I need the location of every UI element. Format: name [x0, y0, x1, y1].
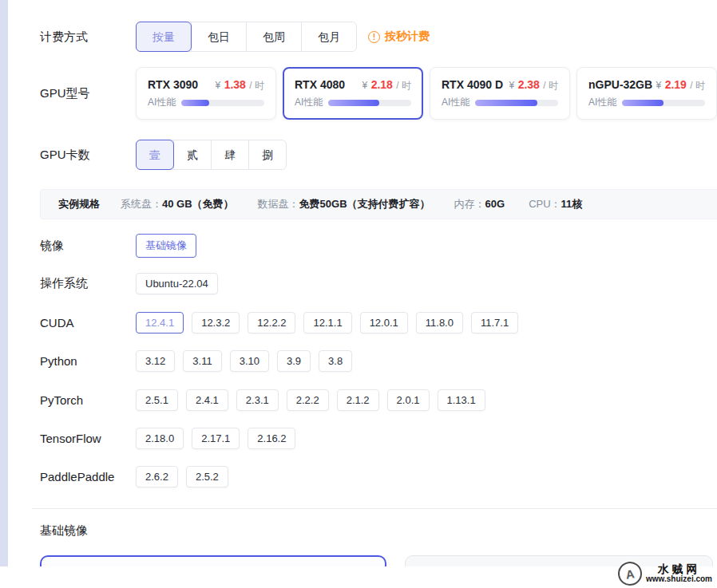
billing-row: 计费方式 按量 包日 包周 包月 ! 按秒计费: [40, 22, 430, 52]
paddle-version-chip[interactable]: 2.5.2: [186, 466, 228, 487]
gpu-card[interactable]: RTX 3090 ¥ 1.38 / 时 AI性能: [136, 67, 276, 120]
price-value: 2.19: [665, 78, 687, 91]
watermark-title: 水贼网: [658, 563, 701, 575]
price-value: 2.18: [371, 78, 393, 91]
gpu-price: ¥ 2.19 / 时: [656, 77, 705, 93]
pytorch-version-chip[interactable]: 1.13.1: [438, 389, 485, 411]
cuda-version-chip[interactable]: 12.3.2: [192, 312, 240, 333]
python-version-chip[interactable]: 3.9: [277, 350, 311, 372]
gpu-name: RTX 4090 D: [442, 78, 503, 91]
section-divider: [32, 508, 717, 509]
spec-key: 系统盘：: [121, 198, 162, 210]
tensorflow-version-chip[interactable]: 2.16.2: [248, 428, 295, 449]
spec-value: 60G: [485, 198, 505, 210]
pytorch-version-chip[interactable]: 2.1.2: [337, 389, 379, 411]
ai-performance-bar: [328, 100, 411, 106]
pytorch-version-chip[interactable]: 2.4.1: [186, 389, 228, 411]
price-unit: / 时: [396, 80, 411, 91]
cuda-version-chip[interactable]: 12.1.1: [303, 312, 351, 333]
pytorch-version-chip[interactable]: 2.0.1: [387, 389, 430, 411]
gpu-count-row: GPU卡数 壹 贰 肆 捌: [40, 140, 287, 170]
pytorch-version-chip[interactable]: 2.2.2: [287, 389, 329, 411]
gpu-count-option[interactable]: 肆: [211, 140, 248, 169]
gpu-count-option[interactable]: 捌: [248, 140, 286, 169]
spec-value: 11核: [561, 198, 583, 210]
cuda-version-chip[interactable]: 11.7.1: [471, 312, 518, 333]
gpu-name: nGPU-32GB: [588, 78, 652, 91]
currency-symbol: ¥: [362, 80, 367, 91]
exclamation-circle-icon: !: [368, 31, 380, 43]
ai-performance-fill: [328, 100, 378, 106]
os-chip[interactable]: Ubuntu-22.04: [136, 273, 218, 294]
spec-key: CPU：: [529, 198, 561, 210]
cuda-version-chip[interactable]: 12.0.1: [360, 312, 408, 333]
python-version-chip[interactable]: 3.10: [230, 350, 269, 372]
instance-spec-bar: 实例规格 系统盘：40 GB（免费） 数据盘：免费50GB（支持付费扩容） 内存…: [40, 189, 717, 219]
tensorflow-version-chip[interactable]: 2.17.1: [192, 428, 240, 449]
spec-key: 内存：: [454, 198, 485, 210]
gpu-name: RTX 3090: [148, 78, 198, 91]
gpu-card[interactable]: nGPU-32GB ¥ 2.19 / 时 AI性能: [576, 67, 717, 120]
billing-option[interactable]: 包周: [246, 22, 301, 51]
os-label: 操作系统: [40, 276, 136, 291]
pytorch-version-list: 2.5.1 2.4.1 2.3.1 2.2.2 2.1.2 2.0.1 1.13…: [136, 389, 485, 411]
spec-value: 免费50GB（支持付费扩容）: [299, 198, 430, 210]
spec-item: 系统盘：40 GB（免费）: [121, 197, 234, 211]
spec-item: CPU：11核: [529, 197, 582, 211]
pytorch-version-chip[interactable]: 2.3.1: [236, 389, 279, 411]
paddle-label: PaddlePaddle: [40, 470, 136, 483]
cuda-version-chip[interactable]: 12.2.2: [248, 312, 295, 333]
python-version-chip[interactable]: 3.12: [136, 350, 175, 372]
billing-options-group: 按量 包日 包周 包月: [136, 22, 357, 52]
paddle-row: PaddlePaddle 2.6.2 2.5.2: [40, 466, 228, 487]
spec-key: 数据盘：: [258, 198, 299, 210]
billing-option[interactable]: 包月: [301, 22, 356, 51]
cuda-row: CUDA 12.4.1 12.3.2 12.2.2 12.1.1 12.0.1 …: [40, 312, 518, 333]
spec-item: 内存：60G: [454, 197, 505, 211]
ai-performance-bar: [475, 100, 558, 106]
gpu-count-label: GPU卡数: [40, 148, 136, 163]
base-image-heading: 基础镜像: [40, 523, 88, 539]
watermark-text: 水贼网 www.shuizei.com: [646, 563, 712, 583]
spec-title: 实例规格: [58, 197, 100, 211]
tensorflow-version-chip[interactable]: 2.18.0: [136, 428, 184, 449]
python-version-chip[interactable]: 3.11: [183, 350, 221, 372]
image-type-row: 镜像 基础镜像: [40, 234, 196, 258]
gpu-performance-row: AI性能: [442, 96, 558, 109]
gpu-card-header: RTX 4090 D ¥ 2.38 / 时: [442, 77, 558, 93]
price-value: 2.38: [518, 78, 540, 91]
price-unit: / 时: [543, 80, 558, 91]
os-row: 操作系统 Ubuntu-22.04: [40, 273, 218, 294]
gpu-card[interactable]: RTX 4080 ¥ 2.18 / 时 AI性能: [283, 67, 423, 120]
cuda-version-chip[interactable]: 12.4.1: [136, 312, 184, 333]
currency-symbol: ¥: [656, 80, 661, 91]
price-value: 1.38: [224, 78, 246, 91]
python-version-chip[interactable]: 3.8: [319, 350, 352, 372]
paddle-version-chip[interactable]: 2.6.2: [136, 466, 178, 487]
ai-performance-bar: [181, 100, 264, 106]
page-left-margin: [0, 0, 8, 566]
cuda-version-chip[interactable]: 11.8.0: [416, 312, 463, 333]
watermark: A 水贼网 www.shuizei.com: [618, 562, 712, 586]
gpu-count-option[interactable]: 壹: [136, 140, 174, 170]
tensorflow-version-list: 2.18.0 2.17.1 2.16.2: [136, 428, 295, 449]
gpu-performance-row: AI性能: [588, 96, 705, 109]
gpu-card-header: RTX 4080 ¥ 2.18 / 时: [295, 77, 411, 93]
billing-option[interactable]: 包日: [191, 22, 246, 51]
python-label: Python: [40, 354, 136, 368]
pytorch-row: PyTorch 2.5.1 2.4.1 2.3.1 2.2.2 2.1.2 2.…: [40, 389, 485, 411]
config-panel: 计费方式 按量 包日 包周 包月 ! 按秒计费 GPU型号: [8, 0, 717, 566]
cuda-version-list: 12.4.1 12.3.2 12.2.2 12.1.1 12.0.1 11.8.…: [136, 312, 518, 333]
gpu-count-option[interactable]: 贰: [173, 140, 211, 169]
watermark-url: www.shuizei.com: [646, 575, 712, 584]
spec-item: 数据盘：免费50GB（支持付费扩容）: [258, 197, 430, 211]
per-second-billing-notice: ! 按秒计费: [368, 30, 430, 44]
pytorch-version-chip[interactable]: 2.5.1: [136, 389, 178, 411]
gpu-card[interactable]: RTX 4090 D ¥ 2.38 / 时 AI性能: [430, 67, 570, 120]
gpu-price: ¥ 2.18 / 时: [362, 77, 411, 93]
gpu-model-label: GPU型号: [40, 86, 136, 101]
base-image-chip[interactable]: 基础镜像: [136, 234, 196, 258]
gpu-count-group: 壹 贰 肆 捌: [136, 140, 287, 170]
ai-performance-fill: [622, 100, 664, 106]
billing-option[interactable]: 按量: [136, 22, 192, 52]
